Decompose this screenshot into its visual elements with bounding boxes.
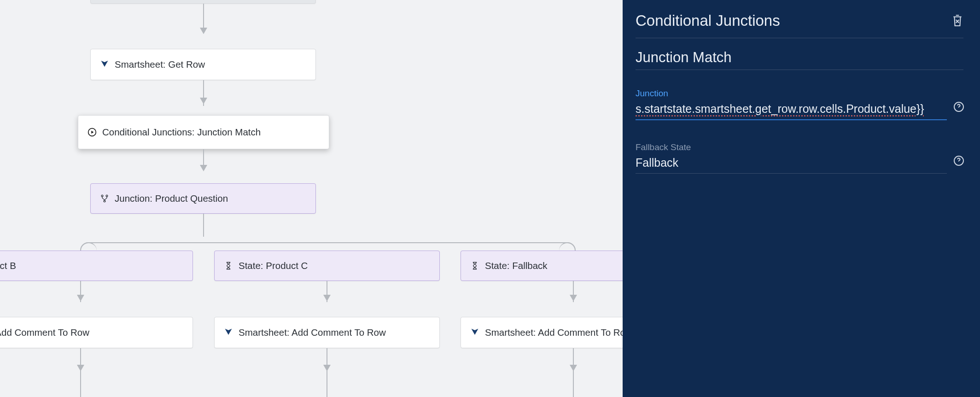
node-startstate[interactable]: State: Startstate (90, 0, 316, 4)
delete-button[interactable] (951, 14, 963, 28)
sidebar-title: Conditional Junctions (636, 12, 780, 29)
arrow-icon (77, 365, 84, 371)
node-label: Conditional Junctions: Junction Match (102, 127, 261, 138)
node-add-comment-b[interactable]: artsheet: Add Comment To Row (0, 317, 193, 348)
arrow-icon (200, 165, 207, 171)
hourglass-icon (224, 261, 233, 270)
arrow-icon (200, 98, 207, 104)
connector-split (80, 242, 576, 251)
branch-icon (100, 194, 109, 203)
node-label: ate: Product B (0, 260, 16, 271)
node-label: Smartsheet: Add Comment To Row (485, 327, 623, 338)
arrow-icon (323, 295, 331, 301)
arrow-icon (323, 365, 331, 371)
field-label-junction: Junction (636, 88, 963, 99)
connector (573, 348, 574, 380)
connector (573, 378, 574, 397)
field-junction: Junction s.startstate.smartsheet.get_row… (636, 88, 963, 120)
sidebar-subtitle: Junction Match (636, 38, 963, 70)
node-junction-match[interactable]: Conditional Junctions: Junction Match (78, 115, 329, 149)
smartsheet-icon (100, 60, 109, 69)
svg-point-1 (101, 195, 103, 197)
arrow-icon (77, 295, 84, 301)
node-get-row[interactable]: Smartsheet: Get Row (90, 49, 316, 80)
arrow-icon (570, 365, 577, 371)
flow-canvas[interactable]: State: Startstate Smartsheet: Get Row Co… (0, 0, 623, 397)
help-icon[interactable] (953, 101, 964, 112)
node-add-comment-f[interactable]: Smartsheet: Add Comment To Row (461, 317, 623, 348)
connector (80, 378, 81, 397)
fallback-state-input[interactable]: Fallback (636, 155, 947, 174)
field-fallback-state: Fallback State Fallback (636, 142, 963, 174)
node-add-comment-c[interactable]: Smartsheet: Add Comment To Row (214, 317, 440, 348)
node-state-product-b[interactable]: ate: Product B (0, 251, 193, 281)
smartsheet-icon (470, 328, 479, 337)
properties-sidebar: Conditional Junctions Junction Match Jun… (623, 0, 980, 397)
hourglass-icon (470, 261, 479, 270)
sidebar-header: Conditional Junctions (636, 12, 963, 38)
smartsheet-icon (224, 328, 233, 337)
node-label: Smartsheet: Add Comment To Row (239, 327, 386, 338)
connector (327, 348, 327, 380)
connector (203, 214, 204, 237)
arrow-icon (570, 295, 577, 301)
node-label: State: Product C (239, 260, 308, 271)
connector (327, 378, 327, 397)
svg-point-3 (104, 200, 105, 202)
connector (80, 348, 81, 380)
arrow-icon (200, 28, 207, 34)
play-icon (88, 128, 97, 137)
node-state-fallback[interactable]: State: Fallback (461, 251, 623, 281)
svg-point-2 (106, 195, 108, 197)
field-label-fallback: Fallback State (636, 142, 963, 152)
node-label: artsheet: Add Comment To Row (0, 327, 89, 338)
junction-input[interactable]: s.startstate.smartsheet.get_row.row.cell… (636, 101, 947, 120)
help-icon[interactable] (953, 155, 964, 166)
node-product-question[interactable]: Junction: Product Question (90, 183, 316, 214)
node-label: State: Fallback (485, 260, 548, 271)
connector (203, 4, 204, 31)
node-state-product-c[interactable]: State: Product C (214, 251, 440, 281)
node-label: Smartsheet: Get Row (115, 59, 205, 70)
node-label: Junction: Product Question (115, 193, 228, 204)
